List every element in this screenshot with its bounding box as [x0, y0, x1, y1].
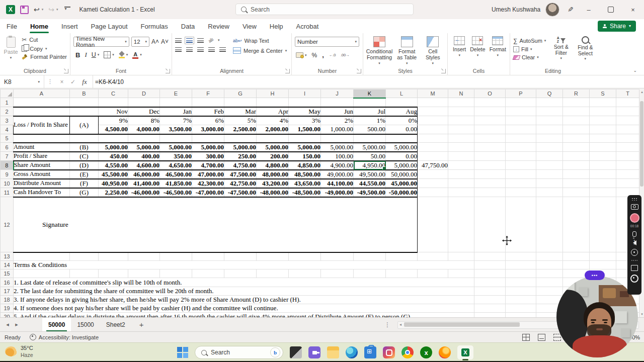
cell-L2[interactable]: Aug — [386, 107, 418, 116]
cell-D8[interactable]: 4,600.00 — [128, 161, 160, 170]
cell-D11[interactable]: -46,000.00 — [128, 188, 160, 197]
cell-A15[interactable] — [14, 269, 70, 278]
cell-L11[interactable]: -50,000.00 — [386, 188, 418, 197]
column-header-B[interactable]: B — [70, 89, 99, 98]
cell-O3[interactable] — [474, 116, 506, 125]
recorder-speaker-icon[interactable] — [633, 240, 636, 245]
cell-O4[interactable] — [474, 125, 506, 134]
cell-Q5[interactable] — [536, 134, 563, 143]
cell-G6[interactable]: 5,000.00 — [224, 143, 257, 152]
tab-formulas[interactable]: Formulas — [134, 19, 175, 33]
cell-K5[interactable] — [354, 134, 386, 143]
normal-view-icon[interactable] — [522, 334, 530, 341]
cell-K1[interactable] — [354, 98, 386, 107]
conditional-formatting-button[interactable]: Conditional Formatting▾ — [366, 36, 392, 65]
cell-K4[interactable]: 500.00 — [354, 125, 386, 134]
cell-E10[interactable]: 41,850.00 — [160, 179, 192, 188]
align-middle-icon[interactable] — [186, 38, 193, 43]
copy-button[interactable]: Copy ▾ — [22, 45, 67, 52]
cell-H13[interactable] — [257, 252, 289, 261]
font-name-select[interactable]: Times New Roman▾ — [73, 37, 129, 47]
insert-cells-button[interactable]: Insert▾ — [453, 36, 466, 57]
fill-button[interactable]: ↓Fill ▾ — [513, 46, 546, 52]
fill-color-icon[interactable] — [119, 52, 125, 58]
cell-Q4[interactable] — [536, 125, 563, 134]
cell-A11[interactable]: Cash Handover To — [14, 188, 70, 197]
cell-D3[interactable]: 8% — [128, 116, 160, 125]
cell-P11[interactable] — [506, 188, 536, 197]
screenshot-camera-icon[interactable] — [631, 204, 638, 210]
user-name[interactable]: Umesh Kushwaha — [492, 6, 540, 13]
cell-N12[interactable] — [448, 197, 474, 252]
cell-H6[interactable]: 5,000.00 — [257, 143, 289, 152]
cell-A8[interactable]: Share Amount — [14, 161, 70, 170]
cell-Q12[interactable] — [536, 197, 563, 252]
cell-Q10[interactable] — [536, 179, 563, 188]
firefox-icon[interactable] — [439, 346, 451, 358]
chrome-icon[interactable] — [401, 346, 414, 358]
align-right-icon[interactable] — [197, 47, 204, 52]
cell-K3[interactable]: 1% — [354, 116, 386, 125]
cell-F10[interactable]: 42,300.00 — [192, 179, 224, 188]
cell-A19[interactable]: 4. If someone does not pay his/her share… — [14, 304, 474, 313]
row-header-6[interactable]: 6 — [1, 143, 14, 152]
row-header-1[interactable]: 1 — [1, 98, 14, 107]
cell-J6[interactable]: 5,000.00 — [321, 143, 354, 152]
recorder-webcam-icon[interactable] — [631, 249, 638, 256]
cell-R10[interactable] — [563, 179, 590, 188]
sheet-nav-left-icon[interactable]: ◂ — [3, 321, 12, 328]
cell-E11[interactable]: -46,500.00 — [160, 188, 192, 197]
cell-P18[interactable] — [506, 296, 536, 304]
undo-chevron-icon[interactable]: ▾ — [42, 8, 44, 12]
cell-S5[interactable] — [590, 134, 616, 143]
column-header-D[interactable]: D — [128, 89, 160, 98]
close-button[interactable]: × — [622, 0, 644, 19]
cell-L3[interactable]: 0% — [386, 116, 418, 125]
cell-C13[interactable] — [99, 252, 128, 261]
user-avatar[interactable] — [545, 3, 559, 17]
cell-S10[interactable] — [590, 179, 616, 188]
cell-N15[interactable] — [448, 269, 474, 278]
cell-P4[interactable] — [506, 125, 536, 134]
cell-B8[interactable]: (D) — [70, 161, 99, 170]
cell-I3[interactable]: 3% — [289, 116, 321, 125]
cell-C5[interactable] — [99, 134, 128, 143]
cell-M12[interactable] — [418, 197, 448, 252]
cell-styles-button[interactable]: Cell Styles▾ — [422, 36, 445, 65]
column-header-P[interactable]: P — [506, 89, 536, 98]
row-header-15[interactable]: 15 — [1, 269, 14, 278]
cell-B13[interactable] — [70, 252, 99, 261]
cell-M2[interactable] — [418, 107, 448, 116]
accounting-format-icon[interactable] — [296, 52, 303, 58]
cell-Q13[interactable] — [536, 252, 563, 261]
cell-O14[interactable] — [474, 261, 506, 269]
cell-B10[interactable]: (F) — [70, 179, 99, 188]
cell-H7[interactable]: 200.00 — [257, 152, 289, 161]
cell-H11[interactable]: -48,000.00 — [257, 188, 289, 197]
cell-B3[interactable]: (A) — [70, 116, 99, 134]
font-size-select[interactable]: 12▾ — [131, 37, 149, 47]
cell-L8[interactable]: 5,000.00 — [386, 161, 418, 170]
row-header-13[interactable]: 13 — [1, 252, 14, 261]
cell-O8[interactable] — [474, 161, 506, 170]
cell-F8[interactable]: 4,700.00 — [192, 161, 224, 170]
align-center-icon[interactable] — [186, 47, 193, 52]
cell-M5[interactable] — [418, 134, 448, 143]
cell-P9[interactable] — [506, 170, 536, 179]
cell-A7[interactable]: Profit / Share — [14, 152, 70, 161]
underline-button[interactable]: U — [92, 51, 96, 58]
cell-T7[interactable] — [616, 152, 639, 161]
cell-E1[interactable] — [160, 98, 192, 107]
cell-D5[interactable] — [128, 134, 160, 143]
cell-I10[interactable]: 43,650.00 — [289, 179, 321, 188]
row-header-19[interactable]: 19 — [1, 304, 14, 313]
column-header-A[interactable]: A — [14, 89, 70, 98]
cell-O1[interactable] — [474, 98, 506, 107]
cell-H9[interactable]: 48,000.00 — [257, 170, 289, 179]
cell-M13[interactable] — [418, 252, 448, 261]
orientation-icon[interactable]: ab — [207, 37, 214, 44]
formula-input[interactable]: =K6-K4/10 — [95, 78, 124, 85]
cell-K6[interactable]: 5,000.00 — [354, 143, 386, 152]
cell-R6[interactable] — [563, 143, 590, 152]
cut-button[interactable]: ✂Cut — [22, 36, 67, 43]
